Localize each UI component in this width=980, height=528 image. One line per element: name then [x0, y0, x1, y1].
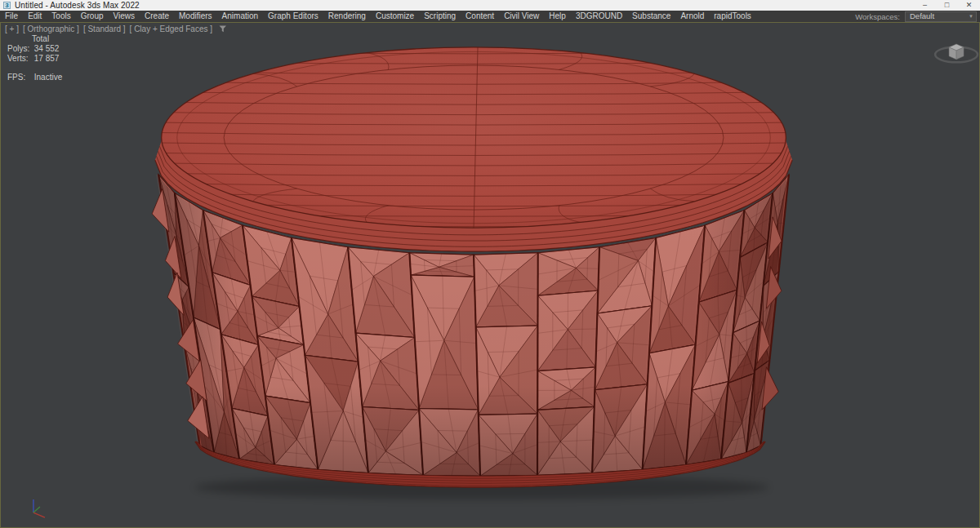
close-button[interactable]: ✕: [958, 0, 980, 11]
viewport[interactable]: [ + ] [ Orthographic ] [ Standard ] [ Cl…: [0, 22, 980, 528]
menu-scripting[interactable]: Scripting: [419, 11, 461, 22]
menu-edit[interactable]: Edit: [23, 11, 47, 22]
statistics-overlay: Total Polys: 34 552 Verts: 17 857 FPS: I…: [7, 34, 62, 82]
menu-substance[interactable]: Substance: [627, 11, 675, 22]
stat-verts-label: Verts:: [7, 54, 32, 64]
menu-views[interactable]: Views: [109, 11, 140, 22]
stat-verts-row: Verts: 17 857: [7, 54, 62, 64]
stat-fps-row: FPS: Inactive: [7, 73, 62, 82]
menu-file[interactable]: File: [0, 11, 23, 22]
chevron-down-icon: ▼: [969, 12, 973, 20]
app-icon: 3: [3, 2, 11, 9]
stat-fps-value: Inactive: [34, 73, 62, 82]
stat-verts-value: 17 857: [34, 54, 60, 63]
workspace-value: Default: [910, 12, 934, 20]
workspaces-area: Workspaces: Default ▼: [855, 11, 980, 22]
minimize-button[interactable]: –: [914, 0, 936, 11]
stat-total-label: Total: [32, 34, 62, 44]
stat-polys-label: Polys:: [7, 44, 32, 54]
menu-group[interactable]: Group: [76, 11, 109, 22]
menu-customize[interactable]: Customize: [371, 11, 419, 22]
menu-graph-editors[interactable]: Graph Editors: [263, 11, 323, 22]
window-title: Untitled - Autodesk 3ds Max 2022: [15, 1, 140, 10]
viewport-canvas[interactable]: [1, 23, 979, 527]
maximize-button[interactable]: □: [936, 0, 958, 11]
viewport-label: [ + ] [ Orthographic ] [ Standard ] [ Cl…: [5, 24, 227, 33]
viewport-pov-menu[interactable]: [ Orthographic ]: [23, 24, 79, 33]
stat-fps-label: FPS:: [7, 73, 32, 82]
viewport-shading-menu[interactable]: [ Clay + Edged Faces ]: [130, 24, 212, 33]
menu-civil-view[interactable]: Civil View: [499, 11, 544, 22]
model-table[interactable]: [152, 47, 792, 499]
workspace-dropdown[interactable]: Default ▼: [905, 11, 977, 22]
filter-funnel-icon[interactable]: [219, 25, 227, 33]
view-cube[interactable]: [935, 44, 978, 62]
menu-help[interactable]: Help: [544, 11, 571, 22]
menu-rapidtools[interactable]: rapidTools: [709, 11, 756, 22]
menu-animation[interactable]: Animation: [217, 11, 263, 22]
workspaces-label: Workspaces:: [855, 12, 900, 21]
menu-3dground[interactable]: 3DGROUND: [571, 11, 627, 22]
menu-modifiers[interactable]: Modifiers: [174, 11, 217, 22]
window-controls: – □ ✕: [914, 0, 980, 11]
menu-create[interactable]: Create: [140, 11, 174, 22]
stat-polys-row: Polys: 34 552: [7, 44, 62, 54]
viewport-general-menu[interactable]: [ + ]: [5, 24, 19, 33]
stat-polys-value: 34 552: [34, 44, 60, 53]
axis-gizmo: [33, 499, 45, 517]
menu-arnold[interactable]: Arnold: [675, 11, 709, 22]
menu-tools[interactable]: Tools: [47, 11, 75, 22]
menu-content[interactable]: Content: [461, 11, 499, 22]
menu-rendering[interactable]: Rendering: [323, 11, 371, 22]
menu-bar: File Edit Tools Group Views Create Modif…: [0, 11, 980, 22]
viewport-perview-menu[interactable]: [ Standard ]: [83, 24, 126, 33]
title-bar: 3 Untitled - Autodesk 3ds Max 2022 – □ ✕: [0, 0, 980, 11]
